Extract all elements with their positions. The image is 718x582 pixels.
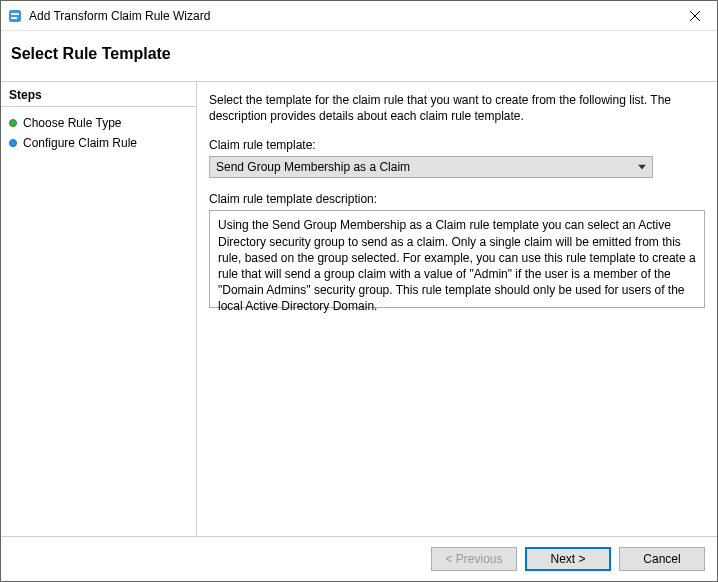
wizard-window: Add Transform Claim Rule Wizard Select R…: [0, 0, 718, 582]
close-button[interactable]: [672, 2, 717, 30]
step-current-icon: [9, 139, 17, 147]
steps-header: Steps: [1, 86, 196, 107]
next-button[interactable]: Next >: [525, 547, 611, 571]
steps-sidebar: Steps Choose Rule Type Configure Claim R…: [1, 82, 197, 536]
chevron-down-icon: [638, 162, 646, 173]
template-description: Using the Send Group Membership as a Cla…: [209, 210, 705, 308]
intro-text: Select the template for the claim rule t…: [209, 92, 705, 124]
app-icon: [7, 8, 23, 24]
page-header: Select Rule Template: [1, 31, 717, 82]
template-label: Claim rule template:: [209, 138, 705, 152]
window-title: Add Transform Claim Rule Wizard: [29, 9, 672, 23]
wizard-footer: < Previous Next > Cancel: [1, 536, 717, 581]
cancel-button[interactable]: Cancel: [619, 547, 705, 571]
close-icon: [690, 11, 700, 21]
select-value: Send Group Membership as a Claim: [216, 160, 410, 174]
description-label: Claim rule template description:: [209, 192, 705, 206]
step-choose-rule-type[interactable]: Choose Rule Type: [1, 113, 196, 133]
svg-rect-1: [11, 13, 19, 15]
body: Steps Choose Rule Type Configure Claim R…: [1, 82, 717, 536]
step-done-icon: [9, 119, 17, 127]
step-configure-claim-rule[interactable]: Configure Claim Rule: [1, 133, 196, 153]
svg-rect-2: [11, 17, 17, 19]
step-label: Configure Claim Rule: [23, 136, 137, 150]
page-title: Select Rule Template: [11, 45, 707, 63]
main-panel: Select the template for the claim rule t…: [197, 82, 717, 536]
step-label: Choose Rule Type: [23, 116, 122, 130]
svg-marker-5: [638, 165, 646, 170]
svg-rect-0: [9, 10, 21, 22]
previous-button: < Previous: [431, 547, 517, 571]
claim-rule-template-select[interactable]: Send Group Membership as a Claim: [209, 156, 653, 178]
titlebar: Add Transform Claim Rule Wizard: [1, 1, 717, 31]
